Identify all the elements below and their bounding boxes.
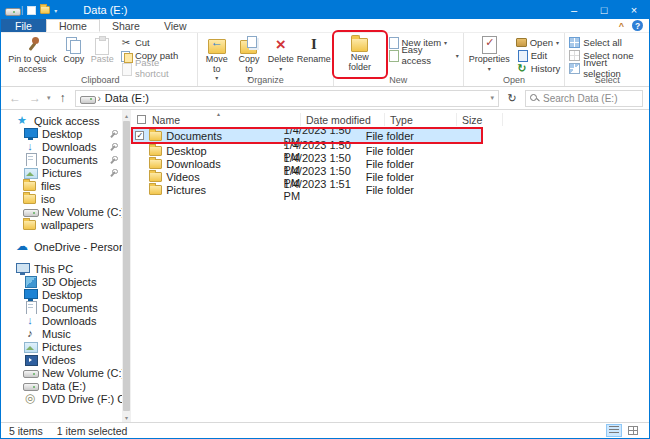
pictures-icon: [23, 166, 37, 179]
ribbon-button[interactable]: ↻ History: [514, 62, 563, 74]
sidebar-item-this-pc[interactable]: This PC: [1, 262, 122, 275]
sidebar-item[interactable]: 3D Objects: [1, 275, 122, 288]
ribbon-button[interactable]: ✂ Cut: [118, 36, 196, 48]
close-button[interactable]: ×: [619, 1, 649, 19]
minimize-button[interactable]: –: [559, 1, 589, 19]
file-row[interactable]: ✓ Pictures 1/4/2023 1:51 PM File folder: [133, 183, 481, 196]
forward-icon[interactable]: →: [27, 91, 43, 105]
move-to-icon: [206, 36, 228, 54]
thumbnails-view-button[interactable]: [625, 424, 641, 437]
recent-locations-chevron-icon[interactable]: ▾: [47, 94, 51, 102]
sidebar-scrollbar[interactable]: ▴ ▾: [122, 110, 131, 422]
ribbon-button[interactable]: I Rename: [297, 34, 331, 75]
ribbon-group-select: Select all Select none Invert selection …: [565, 33, 649, 86]
pin-icon: [109, 156, 116, 164]
row-checkbox[interactable]: ✓: [135, 131, 144, 140]
sidebar-item[interactable]: Data (E:): [1, 379, 122, 392]
column-header-type[interactable]: Type: [385, 113, 457, 126]
ribbon: Pin to Quick access Copy Paste ✂ Cut: [1, 33, 649, 87]
back-icon[interactable]: ←: [7, 91, 23, 105]
refresh-icon[interactable]: ↻: [503, 92, 521, 105]
qat-customize-chevron-icon[interactable]: ▾: [54, 7, 57, 14]
sidebar-item[interactable]: Documents: [1, 153, 122, 166]
sidebar-item-quick-access[interactable]: ★ Quick access: [1, 114, 122, 127]
desktop-icon: [23, 127, 37, 140]
copy-icon: [63, 36, 85, 54]
sidebar-item[interactable]: Documents: [1, 301, 122, 314]
column-header-size[interactable]: Size: [457, 113, 503, 126]
sidebar-item[interactable]: New Volume (C:): [1, 205, 122, 218]
sidebar-item[interactable]: ↓ Downloads: [1, 140, 122, 153]
pin-icon: [109, 143, 116, 151]
invert-selection-icon: [569, 63, 580, 74]
sidebar-item[interactable]: ♪ Music: [1, 327, 122, 340]
sidebar-item[interactable]: New Volume (C:): [1, 366, 122, 379]
sidebar-item[interactable]: Desktop: [1, 288, 122, 301]
title-bar[interactable]: | ✓ ▾ Data (E:) – □ ×: [1, 1, 649, 19]
ribbon-button[interactable]: Open: [514, 36, 563, 48]
objects3d-icon: [23, 275, 37, 288]
scissors-icon: ✂: [120, 37, 132, 48]
new-folder-button[interactable]: New folder: [336, 34, 384, 75]
ribbon-button[interactable]: Copy: [60, 34, 88, 75]
search-input[interactable]: [543, 93, 650, 104]
tab-home[interactable]: Home: [46, 19, 100, 32]
ribbon-button[interactable]: × Delete: [265, 34, 297, 75]
select-all-checkbox[interactable]: [131, 113, 147, 126]
search-icon: [530, 94, 539, 103]
scroll-up-icon[interactable]: ▴: [125, 110, 128, 120]
edit-icon: [516, 50, 528, 61]
downloads-icon: ↓: [23, 140, 37, 153]
folder-icon: [23, 181, 36, 191]
dvd-icon: ◎: [23, 392, 37, 405]
sidebar-item[interactable]: Pictures: [1, 166, 122, 179]
thumbnails-view-icon: [628, 426, 638, 435]
details-view-button[interactable]: [606, 424, 622, 437]
column-header-date-modified[interactable]: Date modified: [301, 113, 385, 126]
paste-icon: [91, 36, 113, 54]
document-icon: [23, 301, 37, 314]
ribbon-button[interactable]: Select all: [567, 36, 647, 48]
ribbon-button[interactable]: Invert selection: [567, 62, 647, 74]
ribbon-button[interactable]: Paste: [88, 34, 117, 75]
ribbon-button[interactable]: Edit: [514, 49, 563, 61]
paste-shortcut-icon: [120, 63, 132, 74]
properties-qat-icon[interactable]: ✓: [27, 6, 36, 15]
ribbon-button[interactable]: Easy access: [385, 49, 461, 61]
select-all-icon: [569, 37, 580, 48]
maximize-button[interactable]: □: [589, 1, 619, 19]
window-controls: – □ ×: [559, 1, 649, 19]
address-dropdown-chevron-icon[interactable]: ▾: [490, 94, 494, 102]
sidebar-item[interactable]: wallpapers: [1, 218, 122, 231]
file-list-pane: Name ▴ Date modified Type Size ✓ Documen…: [131, 110, 649, 422]
sidebar-item[interactable]: Pictures: [1, 340, 122, 353]
collapse-ribbon-icon[interactable]: ^: [619, 21, 624, 31]
scrollbar-thumb[interactable]: [123, 121, 130, 411]
desktop-icon: [23, 288, 37, 301]
ribbon-button[interactable]: Pin to Quick access: [5, 34, 60, 75]
onedrive-icon: ☁: [15, 240, 29, 253]
group-label-organize: Organize: [200, 75, 330, 86]
up-icon[interactable]: ↑: [55, 91, 71, 105]
sidebar-item[interactable]: ↓ Downloads: [1, 314, 122, 327]
new-item-icon: [387, 37, 399, 48]
scroll-down-icon[interactable]: ▾: [125, 412, 128, 422]
help-icon[interactable]: ?: [632, 20, 643, 31]
ribbon-button[interactable]: Properties: [466, 34, 513, 75]
column-header-name[interactable]: Name ▴: [147, 113, 301, 126]
tab-view[interactable]: View: [152, 19, 199, 32]
breadcrumb-path[interactable]: Data (E:): [105, 92, 149, 104]
sidebar-item[interactable]: iso: [1, 192, 122, 205]
ribbon-button[interactable]: Copy to: [233, 34, 265, 75]
new-folder-qat-icon[interactable]: [40, 6, 50, 14]
sidebar-item[interactable]: files: [1, 179, 122, 192]
sidebar-item-onedrive[interactable]: ☁ OneDrive - Personal: [1, 240, 122, 253]
tab-share[interactable]: Share: [100, 19, 152, 32]
ribbon-button[interactable]: Move to: [200, 34, 233, 75]
sidebar-item[interactable]: Desktop: [1, 127, 122, 140]
breadcrumb[interactable]: › Data (E:) ▾: [75, 90, 499, 107]
ribbon-button[interactable]: Paste shortcut: [118, 62, 196, 74]
tab-file[interactable]: File: [1, 19, 46, 32]
sidebar-item[interactable]: ◎ DVD Drive (F:) CCCOMA_X64F: [1, 392, 122, 405]
sidebar-item[interactable]: Videos: [1, 353, 122, 366]
